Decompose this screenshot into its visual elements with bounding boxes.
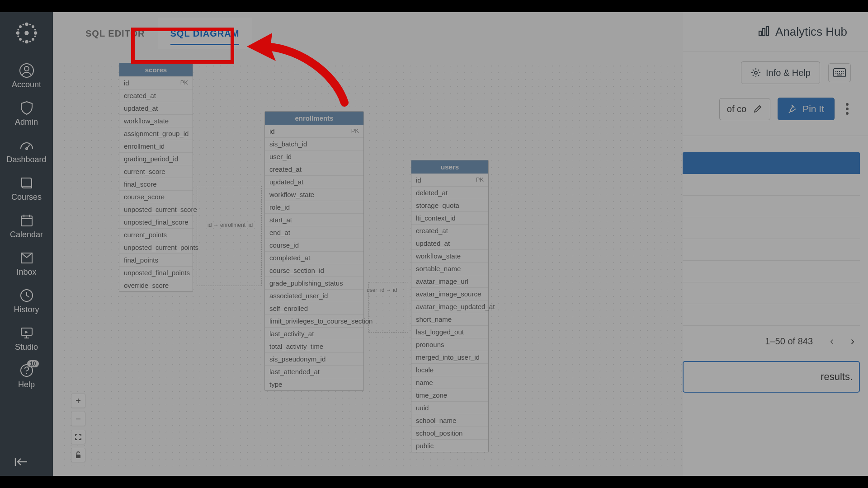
column-row[interactable]: course_section_id (265, 264, 363, 277)
column-row[interactable]: end_at (265, 226, 363, 239)
table-row[interactable] (683, 304, 860, 326)
column-row[interactable]: grading_period_id (119, 152, 193, 165)
analytics-icon (757, 25, 771, 38)
table-row[interactable] (683, 261, 860, 282)
column-row[interactable]: workflow_state (119, 114, 193, 127)
column-row[interactable]: sortable_name (411, 262, 488, 275)
column-row[interactable]: associated_user_id (265, 289, 363, 302)
column-row[interactable]: locale (411, 363, 488, 376)
column-name: course_score (124, 193, 165, 201)
column-row[interactable]: user_id (265, 150, 363, 163)
clock-icon (19, 288, 34, 303)
column-row[interactable]: short_name (411, 313, 488, 325)
column-name: total_activity_time (269, 343, 323, 350)
column-name: last_activity_at (269, 330, 314, 338)
column-row[interactable]: course_score (119, 190, 193, 203)
column-row[interactable]: unposted_final_score (119, 216, 193, 228)
keyboard-button[interactable] (828, 63, 851, 82)
info-help-button[interactable]: Info & Help (741, 61, 820, 84)
column-row[interactable]: final_score (119, 178, 193, 190)
nav-courses[interactable]: Courses (0, 171, 53, 208)
pager-prev[interactable]: ‹ (830, 335, 834, 347)
relationship-box (197, 186, 262, 286)
nav-calendar[interactable]: Calendar (0, 208, 53, 246)
column-row[interactable]: current_points (119, 228, 193, 241)
nav-account[interactable]: Account (0, 58, 53, 96)
column-row[interactable]: workflow_state (265, 188, 363, 201)
column-row[interactable]: created_at (411, 224, 488, 237)
column-row[interactable]: start_at (265, 213, 363, 226)
nav-history[interactable]: History (0, 283, 53, 321)
column-row[interactable]: idPK (265, 125, 363, 137)
filter-chip[interactable]: of co (719, 98, 770, 120)
lock-button[interactable] (71, 448, 85, 462)
column-row[interactable]: unposted_current_score (119, 203, 193, 216)
table-row[interactable] (683, 239, 860, 261)
column-row[interactable]: grade_publishing_status (265, 277, 363, 289)
zoom-in-button[interactable]: + (71, 394, 85, 408)
column-row[interactable]: final_points (119, 253, 193, 266)
column-row[interactable]: school_name (411, 414, 488, 427)
more-menu-button[interactable] (842, 103, 853, 115)
column-row[interactable]: last_activity_at (265, 327, 363, 340)
column-row[interactable]: deleted_at (411, 186, 488, 199)
column-row[interactable]: updated_at (119, 102, 193, 114)
column-row[interactable]: completed_at (265, 251, 363, 264)
column-row[interactable]: idPK (411, 174, 488, 186)
column-row[interactable]: self_enrolled (265, 302, 363, 314)
column-row[interactable]: override_score (119, 279, 193, 291)
column-row[interactable]: sis_batch_id (265, 137, 363, 150)
column-row[interactable]: avatar_image_updated_at (411, 300, 488, 313)
column-row[interactable]: public (411, 439, 488, 452)
zoom-out-button[interactable]: − (71, 412, 85, 426)
column-row[interactable]: updated_at (265, 175, 363, 188)
column-row[interactable]: last_attended_at (265, 365, 363, 378)
table-row[interactable] (683, 282, 860, 304)
column-row[interactable]: course_id (265, 239, 363, 251)
column-row[interactable]: created_at (119, 89, 193, 102)
column-row[interactable]: time_zone (411, 389, 488, 401)
nav-dashboard[interactable]: Dashboard (0, 133, 53, 171)
column-row[interactable]: idPK (119, 76, 193, 89)
column-row[interactable]: current_score (119, 165, 193, 178)
column-row[interactable]: created_at (265, 163, 363, 175)
column-row[interactable]: storage_quota (411, 199, 488, 211)
table-users[interactable]: users idPKdeleted_atstorage_quotalti_con… (411, 160, 489, 452)
column-row[interactable]: enrollment_id (119, 140, 193, 152)
column-row[interactable]: lti_context_id (411, 211, 488, 224)
column-name: updated_at (269, 178, 303, 186)
table-row[interactable] (683, 174, 860, 196)
column-row[interactable]: type (265, 378, 363, 390)
column-row[interactable]: total_activity_time (265, 340, 363, 352)
table-enrollments[interactable]: enrollments idPKsis_batch_iduser_idcreat… (264, 111, 364, 391)
column-row[interactable]: role_id (265, 201, 363, 213)
svg-point-11 (22, 41, 24, 42)
nav-help[interactable]: 10 Help (0, 358, 53, 396)
table-scores[interactable]: scores idPKcreated_atupdated_atworkflow_… (119, 63, 193, 292)
column-row[interactable]: unposted_final_points (119, 266, 193, 279)
collapse-nav-button[interactable] (14, 456, 29, 469)
column-name: created_at (269, 165, 302, 173)
column-row[interactable]: school_position (411, 427, 488, 439)
column-row[interactable]: avatar_image_url (411, 275, 488, 287)
column-row[interactable]: unposted_current_points (119, 241, 193, 253)
column-row[interactable]: updated_at (411, 237, 488, 249)
column-row[interactable]: workflow_state (411, 249, 488, 262)
column-row[interactable]: sis_pseudonym_id (265, 352, 363, 365)
table-row[interactable] (683, 196, 860, 217)
pager-next[interactable]: › (851, 335, 854, 347)
column-row[interactable]: assignment_group_id (119, 127, 193, 140)
column-row[interactable]: pronouns (411, 338, 488, 351)
nav-inbox[interactable]: Inbox (0, 246, 53, 283)
table-row[interactable] (683, 217, 860, 239)
pin-it-button[interactable]: Pin It (778, 98, 835, 120)
zoom-fit-button[interactable] (71, 430, 85, 444)
column-row[interactable]: merged_into_user_id (411, 351, 488, 363)
column-row[interactable]: last_logged_out (411, 325, 488, 338)
column-row[interactable]: uuid (411, 401, 488, 414)
column-row[interactable]: avatar_image_source (411, 287, 488, 300)
nav-admin[interactable]: Admin (0, 96, 53, 133)
column-row[interactable]: name (411, 376, 488, 389)
nav-studio[interactable]: Studio (0, 321, 53, 358)
column-row[interactable]: limit_privileges_to_course_section (265, 314, 363, 327)
